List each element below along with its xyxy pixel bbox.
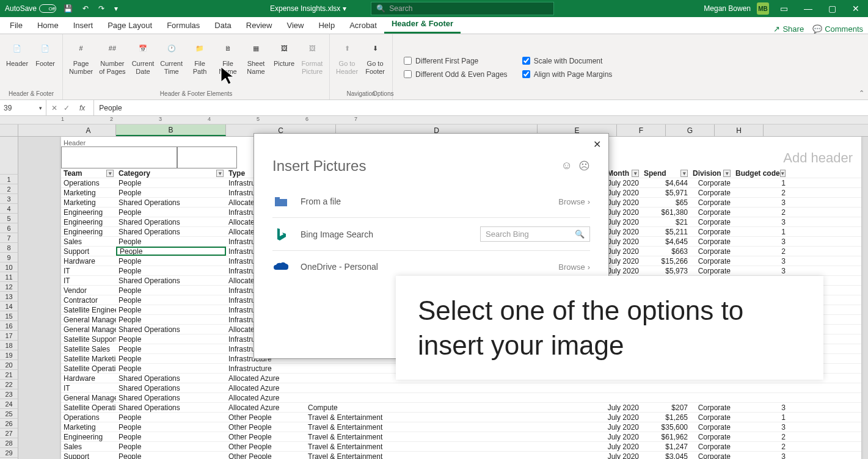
- cell[interactable]: Corporate: [690, 178, 733, 187]
- cell[interactable]: Other People: [226, 452, 305, 459]
- cell[interactable]: Vendor: [61, 286, 116, 295]
- cell[interactable]: People: [116, 178, 226, 187]
- dialog-close-button[interactable]: ✕: [593, 139, 601, 150]
- cell[interactable]: 2: [733, 208, 788, 217]
- cell[interactable]: People: [116, 295, 226, 305]
- filter-arrow-icon[interactable]: ▾: [780, 170, 786, 177]
- cell[interactable]: Travel & Entertainment: [305, 422, 605, 432]
- row-header-24[interactable]: 24: [0, 399, 18, 409]
- cell[interactable]: IT: [61, 383, 116, 392]
- redo-icon[interactable]: ↷: [96, 4, 107, 13]
- cell[interactable]: Support: [61, 452, 116, 459]
- row-header-28[interactable]: 28: [0, 438, 18, 448]
- row-header-27[interactable]: 27: [0, 428, 18, 438]
- undo-icon[interactable]: ↶: [80, 4, 91, 13]
- row-header-4[interactable]: 4: [0, 204, 18, 214]
- formula-input[interactable]: People: [94, 104, 868, 112]
- cell[interactable]: People: [116, 442, 226, 451]
- row-header-22[interactable]: 22: [0, 380, 18, 389]
- cell[interactable]: People: [116, 354, 226, 363]
- cell[interactable]: July 2020: [605, 188, 641, 197]
- cell[interactable]: People: [116, 286, 226, 295]
- tab-formulas[interactable]: Formulas: [159, 17, 207, 34]
- cell[interactable]: Allocated Azure: [226, 383, 305, 392]
- check-different-odd-even[interactable]: Different Odd & Even Pages: [404, 70, 508, 79]
- cell[interactable]: General Managem: [61, 393, 116, 402]
- column-header-G[interactable]: G: [666, 125, 715, 136]
- cell[interactable]: Engineering: [61, 432, 116, 441]
- cell[interactable]: People: [116, 364, 226, 373]
- tab-acrobat[interactable]: Acrobat: [342, 17, 384, 34]
- close-icon[interactable]: ✕: [847, 4, 864, 13]
- cell[interactable]: People: [116, 422, 226, 432]
- cell[interactable]: $21: [641, 217, 690, 226]
- cell[interactable]: $5,973: [641, 266, 690, 275]
- cell[interactable]: Other People: [226, 442, 305, 451]
- search-input[interactable]: 🔍 Search: [371, 2, 554, 15]
- cell[interactable]: Corporate: [690, 208, 733, 217]
- cell[interactable]: July 2020: [605, 403, 641, 412]
- cell[interactable]: Satellite Operatio: [61, 403, 116, 412]
- cell[interactable]: Sales: [61, 237, 116, 246]
- table-header-Category[interactable]: Category▾: [116, 168, 226, 178]
- tab-home[interactable]: Home: [30, 17, 66, 34]
- cell[interactable]: Shared Operations: [116, 276, 226, 285]
- comments-button[interactable]: 💬 Comments: [812, 24, 863, 34]
- maximize-icon[interactable]: ▢: [823, 4, 841, 13]
- row-header-17[interactable]: 17: [0, 331, 18, 341]
- cell[interactable]: Travel & Entertainment: [305, 442, 605, 451]
- cell[interactable]: $61,380: [641, 208, 690, 217]
- check-scale-with-document[interactable]: Scale with Document: [522, 57, 613, 65]
- cell[interactable]: [733, 393, 788, 402]
- row-header-16[interactable]: 16: [0, 321, 18, 331]
- row-header-7[interactable]: 7: [0, 233, 18, 243]
- row-header-25[interactable]: 25: [0, 409, 18, 419]
- cell[interactable]: $1,265: [641, 413, 690, 422]
- cell[interactable]: 3: [733, 198, 788, 207]
- tab-review[interactable]: Review: [239, 17, 280, 34]
- cell[interactable]: Corporate: [690, 198, 733, 207]
- cell[interactable]: People: [116, 266, 226, 275]
- fx-icon[interactable]: fx: [76, 104, 89, 112]
- cell[interactable]: People: [116, 344, 226, 353]
- cell[interactable]: Corporate: [690, 432, 733, 441]
- cell[interactable]: Infrastructure: [226, 364, 305, 373]
- tab-data[interactable]: Data: [207, 17, 238, 34]
- cell[interactable]: Engineering: [61, 217, 116, 226]
- dialog-option-from-a-file[interactable]: From a fileBrowse ›: [272, 186, 590, 217]
- cell[interactable]: Satellite Operatio: [61, 364, 116, 373]
- cell[interactable]: 3: [733, 237, 788, 246]
- number-of-pages-button[interactable]: ##Numberof Pages: [97, 37, 128, 78]
- cell[interactable]: Corporate: [690, 188, 733, 197]
- header-center-box[interactable]: [177, 146, 237, 168]
- row-header-10[interactable]: 10: [0, 262, 18, 272]
- file-name-button[interactable]: 🗎FileName: [214, 37, 241, 78]
- cell[interactable]: 3: [733, 266, 788, 275]
- cell[interactable]: July 2020: [605, 432, 641, 441]
- cell[interactable]: Hardware: [61, 374, 116, 383]
- cell[interactable]: People: [116, 413, 226, 422]
- cell[interactable]: Support: [61, 247, 116, 256]
- column-header-A[interactable]: A: [61, 125, 116, 136]
- row-header-18[interactable]: 18: [0, 341, 18, 350]
- header-button[interactable]: 📄Header: [4, 37, 31, 70]
- cell[interactable]: Satellite Marketin: [61, 354, 116, 363]
- user-name[interactable]: Megan Bowen: [704, 4, 751, 13]
- filter-arrow-icon[interactable]: ▾: [632, 170, 639, 177]
- cell[interactable]: Shared Operations: [116, 198, 226, 207]
- cell[interactable]: $3,045: [641, 452, 690, 459]
- cell[interactable]: July 2020: [605, 208, 641, 217]
- feedback-happy-icon[interactable]: ☺: [561, 159, 572, 173]
- cell[interactable]: Shared Operations: [116, 217, 226, 226]
- cell[interactable]: 1: [733, 413, 788, 422]
- tab-page-layout[interactable]: Page Layout: [100, 17, 159, 34]
- filter-arrow-icon[interactable]: ▾: [723, 170, 731, 177]
- row-header-11[interactable]: 11: [0, 272, 18, 282]
- enter-formula-icon[interactable]: ✓: [64, 104, 70, 112]
- table-header-Budget code[interactable]: Budget code▾: [733, 168, 788, 178]
- cell[interactable]: $15,266: [641, 256, 690, 266]
- cell[interactable]: July 2020: [605, 227, 641, 236]
- bing-search-input[interactable]: Search Bing🔍: [480, 226, 590, 242]
- row-header-1[interactable]: 1: [0, 175, 18, 184]
- cell[interactable]: 2: [733, 247, 788, 256]
